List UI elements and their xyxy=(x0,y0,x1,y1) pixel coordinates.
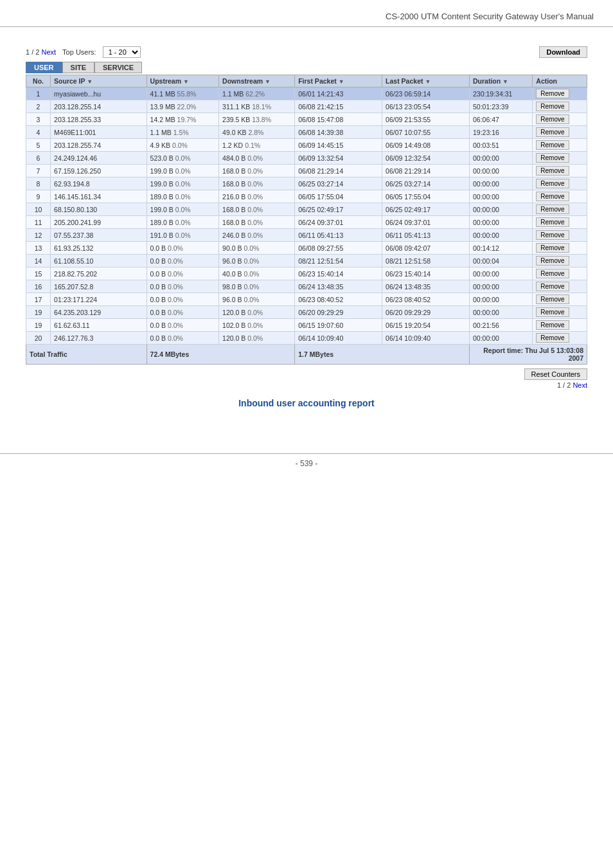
cell-duration: 00:00:00 xyxy=(470,229,533,242)
cell-no: 15 xyxy=(26,267,51,280)
tab-site[interactable]: SITE xyxy=(62,62,94,73)
table-header-row: No. Source IP ▼ Upstream ▼ Downstream ▼ xyxy=(26,75,587,87)
remove-button[interactable]: Remove xyxy=(536,230,569,240)
cell-last-packet: 06/15 19:20:54 xyxy=(382,319,470,332)
cell-upstream: 14.2 MB 19.7% xyxy=(147,113,219,126)
remove-button[interactable]: Remove xyxy=(536,320,569,330)
cell-last-packet: 06/23 15:40:14 xyxy=(382,267,470,280)
remove-button[interactable]: Remove xyxy=(536,102,569,111)
cell-upstream: 0.0 B 0.0% xyxy=(147,267,219,280)
col-header-last-packet[interactable]: Last Packet ▼ xyxy=(382,75,470,87)
page-count: 1 / 2 Next xyxy=(26,48,56,56)
remove-button[interactable]: Remove xyxy=(536,179,569,188)
cell-duration: 00:00:00 xyxy=(470,152,533,165)
cell-upstream: 41.1 MB 55.8% xyxy=(147,87,219,100)
reset-counters-button[interactable]: Reset Counters xyxy=(524,368,587,380)
cell-first-packet: 06/25 02:49:17 xyxy=(295,203,382,216)
cell-first-packet: 06/09 14:45:15 xyxy=(295,139,382,152)
sort-source-icon: ▼ xyxy=(87,78,93,85)
remove-button[interactable]: Remove xyxy=(536,217,569,227)
cell-source: 07.55.237.38 xyxy=(51,229,147,242)
cell-downstream: 216.0 B 0.0% xyxy=(219,190,295,203)
total-downstream: 1.7 MBytes xyxy=(295,345,470,365)
download-button[interactable]: Download xyxy=(539,46,587,58)
remove-button[interactable]: Remove xyxy=(536,333,569,343)
cell-downstream: 168.0 B 0.0% xyxy=(219,177,295,190)
cell-source: 203.128.255.14 xyxy=(51,100,147,113)
cell-duration: 06:06:47 xyxy=(470,113,533,126)
bottom-next-link[interactable]: Next xyxy=(573,381,587,389)
cell-last-packet: 06/09 14:49:08 xyxy=(382,139,470,152)
cell-downstream: 96.0 B 0.0% xyxy=(219,293,295,306)
remove-button[interactable]: Remove xyxy=(536,153,569,163)
col-header-upstream[interactable]: Upstream ▼ xyxy=(147,75,219,87)
cell-duration: 00:00:00 xyxy=(470,293,533,306)
cell-last-packet: 06/24 13:48:35 xyxy=(382,280,470,293)
cell-last-packet: 06/25 03:27:14 xyxy=(382,177,470,190)
cell-last-packet: 06/07 10:07:55 xyxy=(382,126,470,139)
remove-button[interactable]: Remove xyxy=(536,204,569,214)
table-row: 10 68.150.80.130 199.0 B 0.0% 168.0 B 0.… xyxy=(26,203,587,216)
cell-first-packet: 06/11 05:41:13 xyxy=(295,229,382,242)
table-row: 6 24.249.124.46 523.0 B 0.0% 484.0 B 0.0… xyxy=(26,152,587,165)
report-time: Report time: Thu Jul 5 13:03:08 2007 xyxy=(470,345,587,365)
col-header-duration[interactable]: Duration ▼ xyxy=(470,75,533,87)
remove-button[interactable]: Remove xyxy=(536,294,569,304)
cell-last-packet: 06/25 02:49:17 xyxy=(382,203,470,216)
remove-button[interactable]: Remove xyxy=(536,166,569,176)
cell-source: 01:23:171.224 xyxy=(51,293,147,306)
remove-button[interactable]: Remove xyxy=(536,140,569,150)
cell-source: 203.128.255.33 xyxy=(51,113,147,126)
top-users-select[interactable]: 1 - 20 xyxy=(103,46,141,58)
cell-downstream: 49.0 KB 2.8% xyxy=(219,126,295,139)
remove-button[interactable]: Remove xyxy=(536,127,569,137)
cell-duration: 50:01:23:39 xyxy=(470,100,533,113)
cell-duration: 00:00:00 xyxy=(470,267,533,280)
bottom-pagination: 1 / 2 Next xyxy=(26,381,587,389)
cell-no: 8 xyxy=(26,177,51,190)
table-row: 5 203.128.255.74 4.9 KB 0.0% 1.2 KD 0.1%… xyxy=(26,139,587,152)
cell-first-packet: 06/05 17:55:04 xyxy=(295,190,382,203)
remove-button[interactable]: Remove xyxy=(536,307,569,317)
cell-action: Remove xyxy=(533,280,587,293)
remove-button[interactable]: Remove xyxy=(536,282,569,291)
cell-source: 24.249.124.46 xyxy=(51,152,147,165)
total-row: Total Traffic 72.4 MBytes 1.7 MBytes Rep… xyxy=(26,345,587,365)
cell-source: 146.145.161.34 xyxy=(51,190,147,203)
remove-button[interactable]: Remove xyxy=(536,256,569,266)
cell-action: Remove xyxy=(533,229,587,242)
accounting-table: No. Source IP ▼ Upstream ▼ Downstream ▼ xyxy=(26,75,587,365)
col-header-source[interactable]: Source IP ▼ xyxy=(51,75,147,87)
cell-action: Remove xyxy=(533,306,587,319)
cell-downstream: 90.0 B 0.0% xyxy=(219,242,295,255)
cell-source: 218.82.75.202 xyxy=(51,267,147,280)
cell-action: Remove xyxy=(533,165,587,177)
remove-button[interactable]: Remove xyxy=(536,269,569,278)
col-header-downstream[interactable]: Downstream ▼ xyxy=(219,75,295,87)
next-link[interactable]: Next xyxy=(41,48,56,56)
remove-button[interactable]: Remove xyxy=(536,243,569,253)
cell-action: Remove xyxy=(533,319,587,332)
report-title: Inbound user accounting report xyxy=(26,398,587,408)
remove-button[interactable]: Remove xyxy=(536,114,569,124)
sort-downstream-icon: ▼ xyxy=(265,78,271,85)
remove-button[interactable]: Remove xyxy=(536,89,569,98)
top-bar: 1 / 2 Next Top Users: 1 - 20 Download xyxy=(26,46,587,58)
col-header-first-packet[interactable]: First Packet ▼ xyxy=(295,75,382,87)
col-header-no: No. xyxy=(26,75,51,87)
cell-no: 11 xyxy=(26,216,51,229)
cell-source: 62.93.194.8 xyxy=(51,177,147,190)
cell-duration: 00:03:51 xyxy=(470,139,533,152)
tab-service[interactable]: SERVICE xyxy=(94,62,142,73)
cell-source: 64.235.203.129 xyxy=(51,306,147,319)
cell-no: 7 xyxy=(26,165,51,177)
remove-button[interactable]: Remove xyxy=(536,192,569,201)
cell-downstream: 246.0 B 0.0% xyxy=(219,229,295,242)
cell-action: Remove xyxy=(533,139,587,152)
cell-source: 246.127.76.3 xyxy=(51,332,147,345)
cell-source: 67.159.126.250 xyxy=(51,165,147,177)
tab-user[interactable]: USER xyxy=(26,62,62,73)
total-label: Total Traffic xyxy=(26,345,147,365)
cell-last-packet: 06/09 12:32:54 xyxy=(382,152,470,165)
cell-upstream: 189.0 B 0.0% xyxy=(147,216,219,229)
